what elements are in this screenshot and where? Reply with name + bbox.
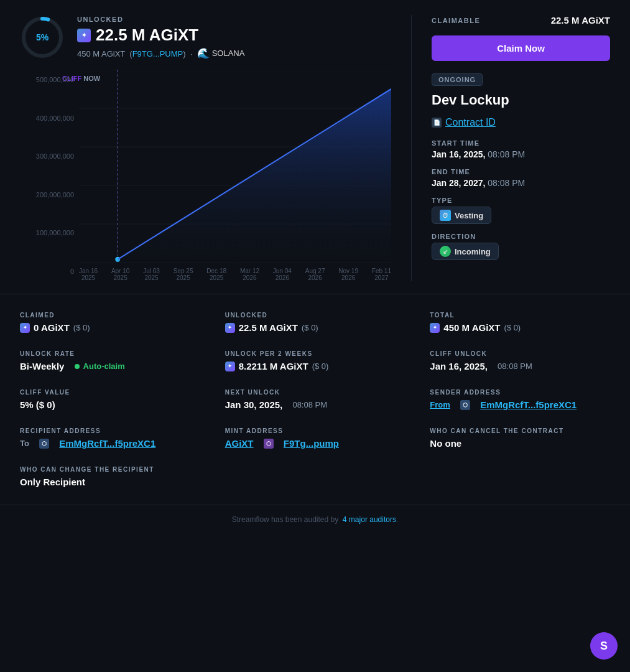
sender-block: SENDER ADDRESS From ⬡ EmMgRcfT...f5preXC… [430, 389, 610, 410]
recipient-block: RECIPIENT ADDRESS To ⬡ EmMgRcfT...f5preX… [20, 427, 200, 449]
percent-label: 5% [36, 32, 49, 42]
change-recipient-label: WHO CAN CHANGE THE RECIPIENT [20, 466, 200, 473]
agixt-icon: ✦ [77, 29, 91, 42]
ongoing-badge: ONGOING [432, 73, 483, 86]
end-time-label: END TIME [432, 168, 610, 175]
unlocked-agixt-icon: ✦ [225, 323, 235, 333]
start-time-value: Jan 16, 2025, 08:08 PM [432, 149, 610, 159]
cancel-label: WHO CAN CANCEL THE CONTRACT [430, 427, 610, 434]
cliff-unlock-block: CLIFF UNLOCK Jan 16, 2025, 08:08 PM [430, 350, 610, 371]
unlocked-amount: ✦ 22.5 M AGiXT [77, 26, 244, 45]
end-time-value: Jan 28, 2027, 08:08 PM [432, 178, 610, 188]
change-recipient-block: WHO CAN CHANGE THE RECIPIENT Only Recipi… [20, 466, 200, 487]
total-agixt-icon: ✦ [430, 323, 440, 333]
start-time-section: START TIME Jan 16, 2025, 08:08 PM [432, 139, 610, 159]
auditors-link[interactable]: 4 major auditors [343, 515, 396, 524]
claimed-block: CLAIMED ✦ 0 AGiXT ($ 0) [20, 312, 200, 333]
type-section: TYPE ⏱ Vesting [432, 197, 610, 224]
unlock-2w-agixt-icon: ✦ [225, 362, 235, 371]
chart-x-axis: Jan 162025 Apr 102025 Jul 032025 Sep 252… [79, 268, 391, 281]
end-time-section: END TIME Jan 28, 2027, 08:08 PM [432, 168, 610, 188]
vesting-chart: CLIFF NOW 500,000,000 400,000,000 300,00… [20, 70, 391, 281]
claimable-amount: 22.5 M AGiXT [551, 15, 610, 26]
unlocked-stat-label: UNLOCKED [225, 312, 405, 319]
recipient-label: RECIPIENT ADDRESS [20, 427, 200, 434]
vesting-icon: ⏱ [440, 210, 451, 221]
mint-block: MINT ADDRESS AGiXT ⬡ F9Tg...pump [225, 427, 405, 449]
direction-section: DIRECTION ↙ Incoming [432, 233, 610, 260]
recipient-address-link[interactable]: EmMgRcfT...f5preXC1 [59, 438, 155, 449]
cancel-block: WHO CAN CANCEL THE CONTRACT No one [430, 427, 610, 449]
mint-value: AGiXT ⬡ F9Tg...pump [225, 438, 405, 449]
total-label: TOTAL [430, 312, 610, 319]
claimable-label: CLAIMABLE [432, 17, 480, 24]
direction-label: DIRECTION [432, 233, 610, 240]
contract-id-link[interactable]: Contract ID [445, 117, 496, 128]
chain-badge: 🌊 SOLANA [197, 47, 245, 59]
mint-address-link[interactable]: F9Tg...pump [284, 438, 339, 449]
unlock-rate-label: UNLOCK RATE [20, 350, 200, 357]
direction-badge: ↙ Incoming [432, 243, 499, 260]
cliff-value-label: CLIFF VALUE [20, 389, 200, 396]
claimable-row: CLAIMABLE 22.5 M AGiXT [432, 15, 610, 26]
contract-id-icon: 📄 [432, 118, 442, 128]
recipient-value: To ⬡ EmMgRcfT...f5preXC1 [20, 438, 200, 449]
total-value: ✦ 450 M AGiXT ($ 0) [430, 322, 610, 333]
cliff-unlock-value: Jan 16, 2025, 08:08 PM [430, 361, 610, 371]
claimed-value: ✦ 0 AGiXT ($ 0) [20, 322, 200, 333]
change-recipient-value: Only Recipient [20, 477, 200, 487]
streamflow-fab[interactable]: S [590, 632, 618, 660]
pump-icon: ⬡ [264, 439, 274, 449]
next-unlock-block: NEXT UNLOCK Jan 30, 2025, 08:08 PM [225, 389, 405, 410]
unlocked-block: UNLOCKED ✦ 22.5 M AGiXT ($ 0) [225, 312, 405, 333]
footer: Streamflow has been audited by 4 major a… [0, 505, 630, 534]
next-unlock-value: Jan 30, 2025, 08:08 PM [225, 399, 405, 410]
incoming-icon: ↙ [440, 246, 451, 257]
unlock-per-2w-label: UNLOCK PER 2 WEEKS [225, 350, 405, 357]
contract-link[interactable]: F9TG...PUMP [132, 49, 183, 58]
sender-wallet-icon: ⬡ [460, 400, 470, 410]
stats-grid: CLAIMED ✦ 0 AGiXT ($ 0) UNLOCKED ✦ 22.5 … [0, 294, 630, 505]
unlock-rate-value: Bi-Weekly Auto-claim [20, 361, 200, 371]
sender-label: SENDER ADDRESS [430, 389, 610, 396]
sender-from-link[interactable]: From [430, 400, 450, 409]
unlocked-title: UNLOCKED [77, 16, 244, 23]
chart-y-axis: 500,000,000 400,000,000 300,000,000 200,… [20, 70, 79, 281]
next-unlock-label: NEXT UNLOCK [225, 389, 405, 396]
type-badge: ⏱ Vesting [432, 207, 491, 224]
lockup-title: Dev Lockup [432, 92, 610, 108]
mint-token-link[interactable]: AGiXT [225, 438, 254, 449]
contract-id-row: 📄 Contract ID [432, 117, 610, 128]
unlock-per-2w-block: UNLOCK PER 2 WEEKS ✦ 8.2211 M AGiXT ($ 0… [225, 350, 405, 371]
cliff-value-block: CLIFF VALUE 5% ($ 0) [20, 389, 200, 410]
cliff-value-value: 5% ($ 0) [20, 399, 200, 410]
claim-button[interactable]: Claim Now [432, 35, 610, 61]
sender-address-link[interactable]: EmMgRcfT...f5preXC1 [480, 399, 577, 410]
progress-circle: 5% [20, 15, 65, 60]
unlocked-sub: 450 M AGiXT (F9TG...PUMP) · 🌊 SOLANA [77, 47, 244, 59]
start-time-label: START TIME [432, 139, 610, 147]
cancel-value: No one [430, 438, 610, 449]
recipient-wallet-icon: ⬡ [39, 439, 49, 449]
unlock-rate-block: UNLOCK RATE Bi-Weekly Auto-claim [20, 350, 200, 371]
mint-label: MINT ADDRESS [225, 427, 405, 434]
cliff-unlock-label: CLIFF UNLOCK [430, 350, 610, 357]
unlock-per-2w-value: ✦ 8.2211 M AGiXT ($ 0) [225, 361, 405, 371]
sender-value: From ⬡ EmMgRcfT...f5preXC1 [430, 399, 610, 410]
claimed-agixt-icon: ✦ [20, 323, 30, 333]
autoclaim-dot [75, 364, 80, 369]
total-block: TOTAL ✦ 450 M AGiXT ($ 0) [430, 312, 610, 333]
claimed-label: CLAIMED [20, 312, 200, 319]
chart-svg-area [79, 70, 391, 263]
recipient-to: To [20, 439, 29, 448]
type-label: TYPE [432, 197, 610, 204]
unlocked-stat-value: ✦ 22.5 M AGiXT ($ 0) [225, 322, 405, 333]
